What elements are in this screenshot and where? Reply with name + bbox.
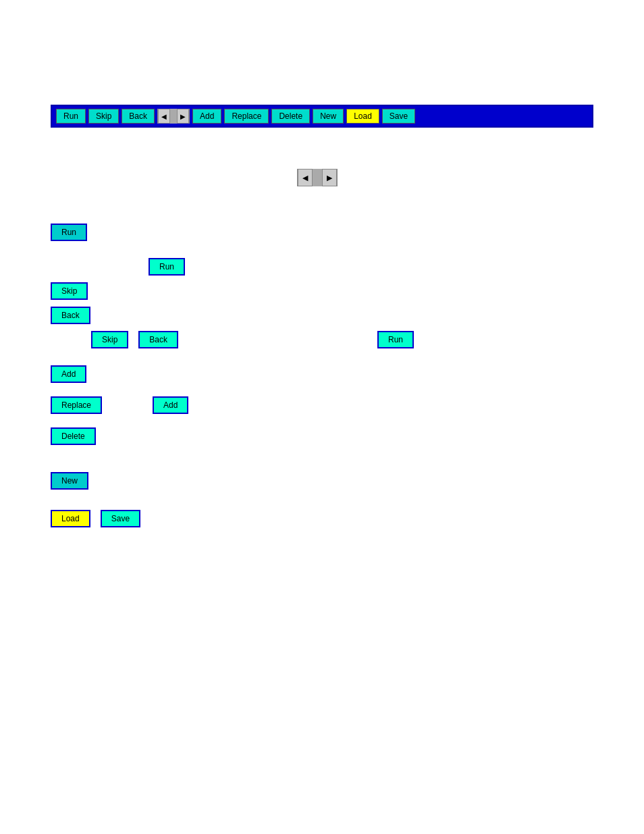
main-toolbar: Run Skip Back ◀ ▶ Add Replace Delete New… bbox=[51, 105, 593, 128]
run-section-1: Run bbox=[51, 224, 597, 241]
load-save-row: Load Save bbox=[51, 510, 597, 527]
load-button[interactable]: Load bbox=[51, 510, 90, 527]
content-nav-right-arrow[interactable]: ▶ bbox=[322, 169, 337, 186]
back-section-1: Back bbox=[51, 307, 597, 324]
new-section: New bbox=[51, 472, 597, 490]
toolbar-new-button[interactable]: New bbox=[313, 109, 344, 124]
add-button-1[interactable]: Add bbox=[51, 365, 86, 383]
add-2-wrapper: Add bbox=[153, 396, 188, 414]
run-3-wrapper: Run bbox=[377, 331, 414, 348]
skip-2-wrapper: Skip bbox=[91, 331, 128, 348]
toolbar-save-button[interactable]: Save bbox=[382, 109, 415, 124]
content-nav-track bbox=[313, 169, 322, 186]
toolbar-nav-right-arrow[interactable]: ▶ bbox=[177, 109, 189, 124]
skip-section-1: Skip bbox=[51, 282, 597, 300]
toolbar-skip-button[interactable]: Skip bbox=[88, 109, 119, 124]
toolbar-nav-track bbox=[170, 109, 177, 124]
toolbar-nav-left-arrow[interactable]: ◀ bbox=[158, 109, 170, 124]
run-button-2[interactable]: Run bbox=[149, 258, 185, 276]
toolbar-nav-control: ◀ ▶ bbox=[157, 109, 190, 124]
back-button-1[interactable]: Back bbox=[51, 307, 90, 324]
skip-button-1[interactable]: Skip bbox=[51, 282, 88, 300]
toolbar-add-button[interactable]: Add bbox=[192, 109, 221, 124]
replace-add-row: Replace Add bbox=[51, 396, 597, 414]
toolbar-load-button[interactable]: Load bbox=[346, 109, 379, 124]
toolbar-back-button[interactable]: Back bbox=[122, 109, 155, 124]
delete-button[interactable]: Delete bbox=[51, 427, 96, 445]
skip-button-2[interactable]: Skip bbox=[91, 331, 128, 348]
back-button-2[interactable]: Back bbox=[138, 331, 178, 348]
add-button-2[interactable]: Add bbox=[153, 396, 188, 414]
new-button[interactable]: New bbox=[51, 472, 88, 490]
run-section-2: Run bbox=[149, 258, 597, 276]
content-nav-row: ◀ ▶ bbox=[149, 149, 597, 186]
add-section-1: Add bbox=[51, 365, 597, 383]
content-nav-control: ◀ ▶ bbox=[297, 169, 338, 186]
content-nav-left-arrow[interactable]: ◀ bbox=[298, 169, 313, 186]
delete-section: Delete bbox=[51, 427, 597, 445]
skip-back-run-row: Skip Back Run bbox=[51, 331, 597, 348]
run-button-3[interactable]: Run bbox=[377, 331, 414, 348]
toolbar-delete-button[interactable]: Delete bbox=[271, 109, 310, 124]
replace-button[interactable]: Replace bbox=[51, 396, 102, 414]
run-button-1[interactable]: Run bbox=[51, 224, 87, 241]
toolbar-run-button[interactable]: Run bbox=[56, 109, 86, 124]
toolbar-replace-button[interactable]: Replace bbox=[224, 109, 269, 124]
save-button[interactable]: Save bbox=[101, 510, 140, 527]
content-area: ◀ ▶ Run Run Skip Back Skip Back Run Add … bbox=[51, 142, 597, 527]
